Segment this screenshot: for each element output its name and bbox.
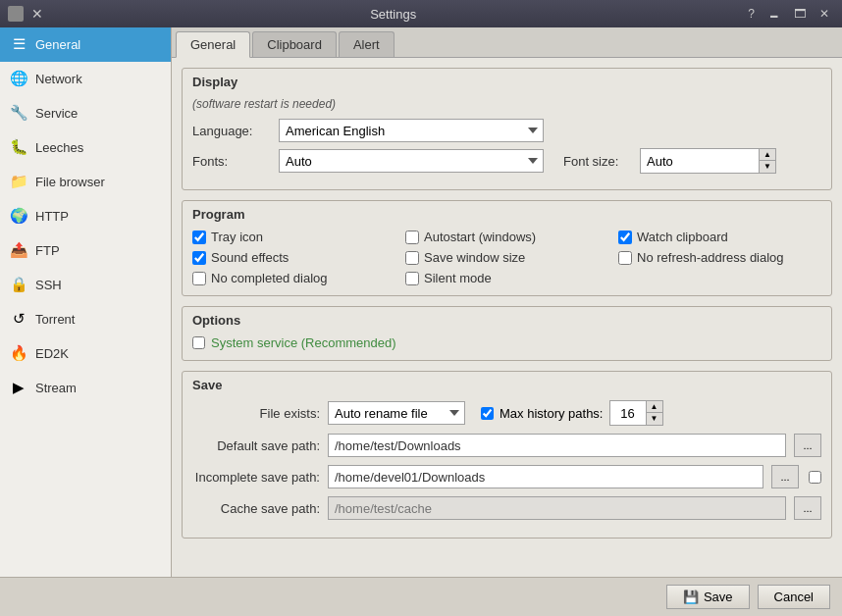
ed2k-icon: 🔥: [10, 344, 27, 362]
sidebar-item-general[interactable]: ☰General: [0, 27, 171, 62]
default-save-browse-button[interactable]: ...: [794, 434, 821, 457]
sidebar-label-torrent: Torrent: [35, 312, 75, 327]
sidebar-item-ftp[interactable]: 📤FTP: [0, 233, 171, 268]
cache-save-browse-button[interactable]: ...: [794, 496, 821, 520]
font-size-up-button[interactable]: ▲: [760, 149, 775, 161]
options-section-body: System service (Recommended): [183, 330, 831, 360]
sidebar-item-ssh[interactable]: 🔒SSH: [0, 268, 171, 302]
check-item-no-completed-dialog: No completed dialog: [192, 271, 395, 285]
sidebar-item-leeches[interactable]: 🐛Leeches: [0, 130, 171, 165]
fonts-label: Fonts:: [192, 154, 271, 169]
tab-general[interactable]: General: [176, 31, 250, 58]
max-history-up-button[interactable]: ▲: [647, 401, 662, 413]
checkbox-save-window-size[interactable]: [405, 251, 419, 265]
incomplete-save-input[interactable]: [328, 465, 763, 488]
cache-save-input[interactable]: [328, 496, 786, 520]
stream-icon: ▶: [10, 379, 27, 396]
checkbox-label-save-window-size: Save window size: [424, 250, 525, 265]
content-panel: GeneralClipboardAlert Display (software …: [172, 27, 842, 577]
program-section-body: Tray iconAutostart (windows)Watch clipbo…: [183, 224, 831, 295]
bottom-bar: 💾 Save Cancel: [0, 577, 842, 616]
max-history-input[interactable]: [610, 401, 646, 425]
system-service-row: System service (Recommended): [192, 335, 821, 350]
checkbox-label-silent-mode: Silent mode: [424, 271, 492, 285]
sidebar-label-ed2k: ED2K: [35, 346, 69, 361]
checkbox-label-autostart: Autostart (windows): [424, 230, 536, 244]
maximize-button[interactable]: 🗖: [789, 6, 811, 22]
sidebar-item-ed2k[interactable]: 🔥ED2K: [0, 336, 171, 371]
font-size-label: Font size:: [563, 154, 632, 169]
sidebar-item-http[interactable]: 🌍HTTP: [0, 199, 171, 233]
incomplete-save-row: Incomplete save path: ...: [192, 465, 821, 488]
checkbox-silent-mode[interactable]: [405, 272, 419, 285]
check-item-tray-icon: Tray icon: [192, 230, 395, 244]
display-section-title: Display: [183, 69, 831, 91]
network-icon: 🌐: [10, 70, 27, 87]
save-section-body: File exists: Auto rename file Overwrite …: [183, 394, 831, 538]
check-item-no-refresh-dialog: No refresh-address dialog: [618, 250, 821, 265]
default-save-input[interactable]: [328, 434, 786, 457]
close-button[interactable]: ✕: [815, 6, 834, 22]
options-section: Options System service (Recommended): [182, 306, 832, 361]
fonts-select[interactable]: Auto: [279, 149, 544, 173]
program-section-title: Program: [183, 201, 831, 224]
minimize-button[interactable]: 🗕: [763, 6, 785, 22]
check-item-watch-clipboard: Watch clipboard: [618, 230, 821, 244]
cache-save-label: Cache save path:: [192, 501, 320, 516]
system-service-checkbox[interactable]: [192, 336, 205, 349]
general-icon: ☰: [10, 35, 27, 53]
font-size-input[interactable]: [641, 149, 759, 173]
default-save-label: Default save path:: [192, 438, 320, 453]
save-button[interactable]: 💾 Save: [666, 585, 750, 609]
incomplete-save-checkbox[interactable]: [809, 471, 821, 484]
tab-alert[interactable]: Alert: [339, 31, 395, 57]
torrent-icon: ↺: [10, 310, 27, 328]
window-title: Settings: [43, 7, 743, 22]
language-select[interactable]: American English: [279, 119, 544, 142]
checkbox-no-completed-dialog[interactable]: [192, 272, 206, 285]
incomplete-save-browse-button[interactable]: ...: [771, 465, 799, 488]
max-history-checkbox[interactable]: [481, 407, 494, 420]
save-label: Save: [704, 590, 733, 604]
ssh-icon: 🔒: [10, 276, 27, 293]
checkbox-sound-effects[interactable]: [192, 251, 206, 265]
file-browser-icon: 📁: [10, 173, 27, 190]
font-size-spinner: ▲ ▼: [640, 148, 776, 174]
save-section: Save File exists: Auto rename file Overw…: [182, 371, 832, 539]
save-icon: 💾: [683, 590, 699, 604]
sidebar-label-service: Service: [35, 106, 78, 121]
settings-content: Display (software restart is needed) Lan…: [172, 58, 842, 577]
checkbox-autostart[interactable]: [405, 231, 419, 244]
restart-note: (software restart is needed): [192, 97, 821, 111]
file-exists-row: File exists: Auto rename file Overwrite …: [192, 400, 821, 426]
max-history-down-button[interactable]: ▼: [647, 413, 662, 425]
save-section-title: Save: [183, 372, 831, 394]
checkbox-tray-icon[interactable]: [192, 231, 206, 244]
checkbox-no-refresh-dialog[interactable]: [618, 251, 632, 265]
sidebar-item-stream[interactable]: ▶Stream: [0, 371, 171, 405]
service-icon: 🔧: [10, 104, 27, 122]
sidebar: ☰General🌐Network🔧Service🐛Leeches📁File br…: [0, 27, 172, 577]
tab-clipboard[interactable]: Clipboard: [252, 31, 337, 57]
max-history-num-wrap: ▲ ▼: [609, 400, 663, 426]
sidebar-item-network[interactable]: 🌐Network: [0, 62, 171, 96]
help-button[interactable]: ?: [743, 6, 760, 22]
check-item-autostart: Autostart (windows): [405, 230, 608, 244]
sidebar-item-file-browser[interactable]: 📁File browser: [0, 165, 171, 199]
sidebar-item-torrent[interactable]: ↺Torrent: [0, 302, 171, 336]
checkbox-watch-clipboard[interactable]: [618, 231, 632, 244]
display-section-body: (software restart is needed) Language: A…: [183, 91, 831, 189]
ftp-icon: 📤: [10, 241, 27, 259]
checkbox-label-tray-icon: Tray icon: [211, 230, 263, 244]
titlebar-left: ✕: [8, 6, 43, 22]
app-icon: [8, 6, 24, 22]
cancel-button[interactable]: Cancel: [758, 585, 830, 609]
titlebar: ✕ Settings ? 🗕 🗖 ✕: [0, 0, 842, 27]
main-content: ☰General🌐Network🔧Service🐛Leeches📁File br…: [0, 27, 842, 577]
file-exists-select[interactable]: Auto rename file Overwrite Skip Ask user: [328, 401, 465, 425]
sidebar-item-service[interactable]: 🔧Service: [0, 96, 171, 130]
check-item-silent-mode: Silent mode: [405, 271, 608, 285]
checkbox-label-no-refresh-dialog: No refresh-address dialog: [637, 250, 784, 265]
font-size-down-button[interactable]: ▼: [760, 161, 775, 173]
sidebar-label-http: HTTP: [35, 209, 69, 224]
